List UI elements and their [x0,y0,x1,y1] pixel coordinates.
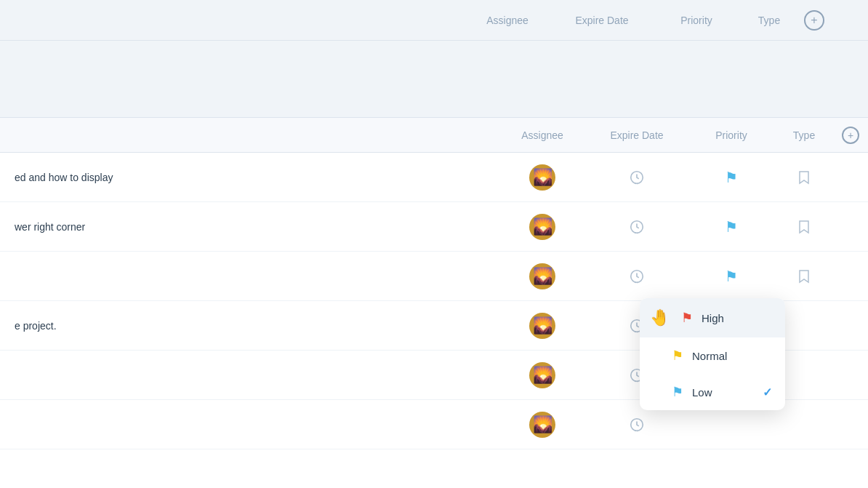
top-header-assignee: Assignee [464,15,551,26]
avatar: 🌄 [529,313,555,339]
clock-icon [629,169,645,185]
col-header-priority: Priority [688,129,775,141]
row-expire[interactable] [586,417,688,433]
table-row: wer right corner 🌄 ⚑ [0,202,868,252]
avatar-emoji: 🌄 [533,417,552,433]
avatar: 🌄 [529,412,555,438]
clock-icon [629,219,645,235]
top-header-expire: Expire Date [551,15,653,26]
row-priority[interactable]: ⚑ [688,169,775,186]
top-header-cols: Assignee Expire Date Priority Type + [464,10,824,31]
avatar: 🌄 [529,362,555,388]
avatar-emoji: 🌄 [533,318,552,334]
bookmark-icon [797,269,811,284]
task-name: e project. [0,320,499,332]
normal-label: Normal [692,350,772,362]
low-label: Low [692,386,754,399]
row-priority[interactable]: ⚑ [688,268,775,285]
clock-icon [629,268,645,284]
avatar: 🌄 [529,164,555,191]
row-assignee[interactable]: 🌄 [499,313,586,339]
priority-flag-blue: ⚑ [725,218,738,236]
add-circle-icon[interactable]: + [842,127,859,144]
top-header-type: Type [740,15,798,26]
priority-flag-blue: ⚑ [725,268,738,285]
row-priority[interactable]: ⚑ [688,218,775,236]
clock-icon [629,417,645,433]
gray-spacer [0,41,868,117]
top-add-column-button[interactable]: + [804,10,824,31]
row-type[interactable] [775,220,833,234]
high-label: High [702,312,772,324]
row-assignee[interactable]: 🌄 [499,263,586,289]
priority-option-low[interactable]: ⚑ Low ✓ [640,374,785,410]
low-flag-icon: ⚑ [672,384,683,400]
col-header-assignee: Assignee [499,129,586,141]
col-header-type: Type [775,129,833,141]
bookmark-icon [797,220,811,234]
avatar: 🌄 [529,214,555,240]
avatar-emoji: 🌄 [533,169,552,185]
priority-option-high[interactable]: 🤚 ⚑ High [640,298,785,337]
top-header: Assignee Expire Date Priority Type + [0,0,868,41]
row-assignee[interactable]: 🌄 [499,412,586,438]
row-assignee[interactable]: 🌄 [499,214,586,240]
table-row: ed and how to display 🌄 ⚑ [0,153,868,202]
row-assignee[interactable]: 🌄 [499,164,586,191]
hand-cursor-icon: 🤚 [650,308,670,327]
row-expire[interactable] [586,169,688,185]
task-name: ed and how to display [0,172,499,183]
top-header-priority: Priority [653,15,740,26]
page-container: Assignee Expire Date Priority Type + Ass… [0,0,868,488]
add-column-button[interactable]: + [833,127,868,144]
row-assignee[interactable]: 🌄 [499,362,586,388]
bookmark-icon [797,170,811,185]
priority-flag-blue: ⚑ [725,169,738,186]
row-expire[interactable] [586,268,688,284]
avatar: 🌄 [529,263,555,289]
row-type[interactable] [775,170,833,185]
avatar-emoji: 🌄 [533,219,552,235]
table-header: Assignee Expire Date Priority Type + [0,118,868,153]
table-row: 🌄 ⚑ [0,252,868,301]
high-flag-icon: ⚑ [681,310,693,326]
row-expire[interactable] [586,219,688,235]
check-icon: ✓ [763,385,772,399]
priority-option-normal[interactable]: ⚑ Normal [640,337,785,374]
col-header-expire: Expire Date [586,129,688,141]
task-name: wer right corner [0,221,499,233]
normal-flag-icon: ⚑ [672,348,683,364]
avatar-emoji: 🌄 [533,367,552,383]
row-type[interactable] [775,269,833,284]
priority-dropdown: 🤚 ⚑ High ⚑ Normal ⚑ Low ✓ [640,298,785,410]
avatar-emoji: 🌄 [533,268,552,284]
